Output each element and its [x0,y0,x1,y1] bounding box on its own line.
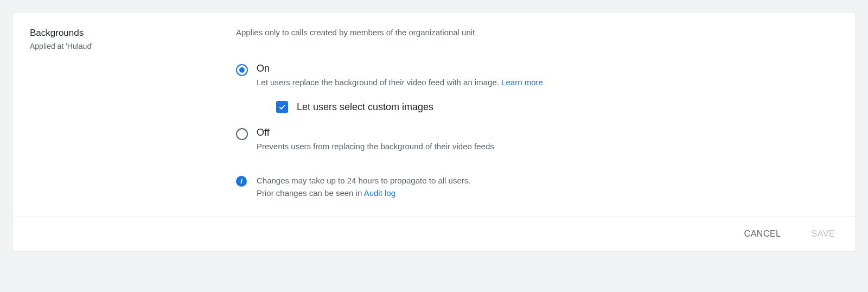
learn-more-link[interactable]: Learn more [501,78,543,87]
settings-card: Backgrounds Applied at 'Hulaud' Applies … [12,12,856,251]
radio-on-label: On [257,63,543,74]
cancel-button[interactable]: CANCEL [742,226,783,242]
info-text: Changes may take up to 24 hours to propa… [257,175,470,199]
section-description: Applies only to calls created by members… [236,28,838,37]
radio-on[interactable] [236,64,248,76]
audit-log-link[interactable]: Audit log [364,188,395,198]
custom-images-label: Let users select custom images [297,101,433,113]
section-title: Backgrounds [30,28,236,39]
checkmark-icon [278,103,286,111]
save-button[interactable]: SAVE [809,226,838,242]
custom-images-checkbox[interactable] [276,101,288,113]
radio-off-label: Off [257,127,494,138]
radio-on-description: Let users replace the background of thei… [257,78,543,87]
info-icon: i [236,176,247,187]
applied-at-label: Applied at 'Hulaud' [30,42,236,50]
radio-off-description: Prevents users from replacing the backgr… [257,142,494,151]
backgrounds-radio-group: On Let users replace the background of t… [236,63,838,151]
radio-off[interactable] [236,128,248,140]
